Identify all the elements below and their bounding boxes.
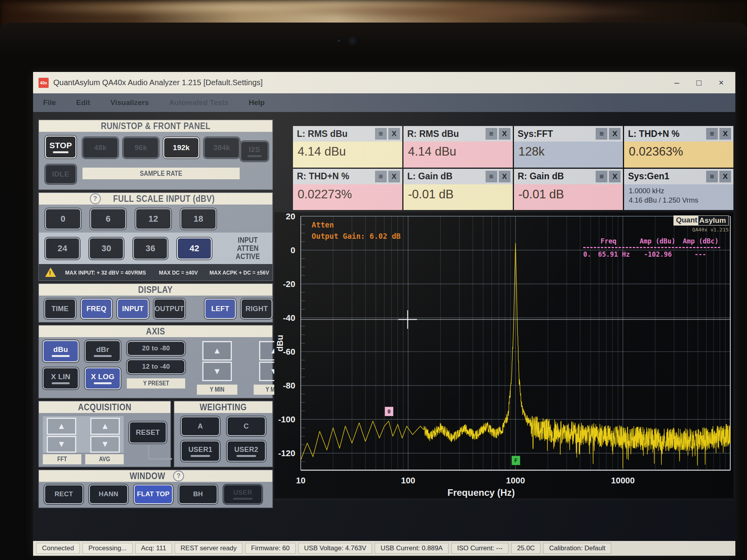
minimize-button[interactable]: –	[675, 78, 679, 88]
window-bh-button[interactable]: BH	[179, 485, 217, 504]
axis-dbr-button[interactable]: dBr	[85, 340, 121, 362]
avg-up-button[interactable]: ▲	[90, 418, 120, 435]
marker-fundamental-handle[interactable]: F	[512, 456, 520, 465]
rate-96k-button[interactable]: 96k	[123, 137, 159, 158]
display-time-button[interactable]: TIME	[44, 299, 76, 319]
weighting-c-button[interactable]: C	[227, 416, 266, 436]
reset-button[interactable]: RESET	[129, 422, 167, 443]
fft-caption: FFT	[43, 454, 81, 464]
menu-bar: File Edit Visualizers Automated Tests He…	[33, 93, 735, 112]
weighting-user1-button[interactable]: USER1	[181, 441, 220, 462]
meter-menu-icon[interactable]: ≡	[596, 128, 607, 140]
y-min-down-button[interactable]: ▼	[202, 362, 232, 381]
maximize-button[interactable]: □	[696, 78, 701, 88]
close-button[interactable]: ×	[719, 78, 724, 88]
meter-menu-icon[interactable]: ≡	[596, 171, 607, 182]
svg-text:20: 20	[286, 212, 295, 221]
svg-text:-20: -20	[283, 279, 295, 289]
window-user-button[interactable]: USER	[223, 485, 262, 504]
meter-close-icon[interactable]: X	[499, 171, 510, 182]
help-icon[interactable]: ?	[90, 193, 101, 204]
meter-value: 128k	[514, 142, 623, 168]
meter-grid: L: RMS dBu ≡X 4.14 dBu R: RMS dBu ≡X 4.1…	[293, 126, 733, 210]
fsi-0-button[interactable]: 0	[45, 208, 81, 229]
display-freq-button[interactable]: FREQ	[81, 299, 112, 319]
meter-value: 4.14 dBu	[293, 142, 402, 168]
stop-button[interactable]: STOP	[45, 136, 76, 158]
menu-file[interactable]: File	[43, 98, 56, 107]
meter-close-icon[interactable]: X	[388, 128, 400, 140]
input-atten-active-label: INPUT ATTEN ACTIVE	[227, 236, 269, 261]
status-firmware: Firmware: 60	[245, 543, 295, 554]
meter-menu-icon[interactable]: ≡	[375, 128, 387, 140]
meter-r-thdn: R: THD+N % ≡X 0.02273%	[293, 169, 402, 210]
section-display: DISPLAY TIME FREQ INPUT OUTPUT LEFT RIGH…	[39, 284, 273, 322]
display-input-button[interactable]: INPUT	[117, 299, 149, 319]
display-right-button[interactable]: RIGHT	[241, 299, 272, 319]
meter-sys-gen1: Sys:Gen1 ≡X 1.0000 kHz 4.16 dBu / 1.250 …	[624, 169, 733, 210]
marker-0-handle[interactable]: 0	[385, 407, 393, 416]
meter-close-icon[interactable]: X	[609, 128, 621, 140]
meter-menu-icon[interactable]: ≡	[706, 171, 718, 182]
spectrum-chart[interactable]: 200-20-40-60-80-100-12010100100010000Fre…	[274, 212, 733, 498]
meter-close-icon[interactable]: X	[499, 128, 510, 140]
fft-up-button[interactable]: ▲	[47, 418, 76, 435]
fsi-30-button[interactable]: 30	[89, 238, 124, 259]
section-acquisition: ACQUISITION ▲ ▼ ▲ ▼	[39, 401, 171, 467]
fft-down-button[interactable]: ▼	[47, 436, 76, 453]
fsi-12-button[interactable]: 12	[135, 208, 171, 229]
idle-button[interactable]: IDLE	[45, 164, 76, 184]
menu-help[interactable]: Help	[249, 98, 265, 107]
window-hann-button[interactable]: HANN	[89, 485, 128, 504]
fsi-18-button[interactable]: 18	[181, 208, 216, 229]
y-preset-20-to--80-button[interactable]: 20 to -80	[127, 341, 185, 356]
fsi-36-button[interactable]: 36	[133, 238, 168, 259]
svg-text:-120: -120	[278, 448, 295, 458]
meter-r-gain: R: Gain dB ≡X -0.01 dB	[514, 169, 623, 210]
avg-down-button[interactable]: ▼	[90, 436, 120, 453]
meter-menu-icon[interactable]: ≡	[706, 128, 718, 140]
axis-dbu-button[interactable]: dBu	[43, 340, 79, 362]
svg-text:dBu: dBu	[275, 335, 285, 352]
meter-close-icon[interactable]: X	[719, 171, 731, 182]
control-panel: RUN/STOP & FRONT PANEL STOP 48k 96k 192k…	[39, 120, 273, 508]
meter-menu-icon[interactable]: ≡	[486, 171, 497, 182]
i2s-button[interactable]: I2S	[240, 141, 268, 161]
section-title: RUN/STOP & FRONT PANEL	[101, 121, 210, 131]
meter-close-icon[interactable]: X	[609, 171, 621, 182]
section-axis: AXIS dBu dBr X LIN X LOG 20 to -80 12 to…	[39, 325, 273, 398]
axis-xlin-button[interactable]: X LIN	[43, 368, 79, 389]
weighting-a-button[interactable]: A	[181, 416, 220, 436]
meter-value: -0.01 dB	[514, 184, 623, 210]
webcam-led	[338, 40, 340, 42]
meter-value: 4.14 dBu	[403, 142, 513, 168]
display-output-button[interactable]: OUTPUT	[154, 299, 185, 319]
fsi-24-button[interactable]: 24	[45, 238, 80, 259]
webcam	[349, 37, 356, 45]
weighting-user2-button[interactable]: USER2	[227, 441, 266, 462]
axis-xlog-button[interactable]: X LOG	[85, 368, 121, 389]
meter-menu-icon[interactable]: ≡	[486, 128, 497, 140]
y-preset-12-to--40-button[interactable]: 12 to -40	[127, 359, 185, 374]
section-title: ACQUISITION	[78, 402, 132, 413]
meter-menu-icon[interactable]: ≡	[375, 171, 387, 182]
rate-48k-button[interactable]: 48k	[82, 137, 118, 158]
quantasylum-logo: QuantAsylum QA40x v1.215	[673, 215, 729, 233]
svg-text:Frequency (Hz): Frequency (Hz)	[447, 487, 515, 498]
menu-edit[interactable]: Edit	[76, 98, 90, 107]
section-title: FULL SCALE INPUT (dBV)	[113, 194, 214, 204]
status-temperature: 25.0C	[511, 543, 540, 554]
meter-close-icon[interactable]: X	[719, 128, 731, 140]
window-flat-top-button[interactable]: FLAT TOP	[134, 485, 173, 504]
fsi-6-button[interactable]: 6	[90, 208, 126, 229]
menu-visualizers[interactable]: Visualizers	[110, 98, 149, 107]
display-left-button[interactable]: LEFT	[205, 299, 236, 319]
fsi-42-button[interactable]: 42	[177, 238, 212, 259]
y-min-up-button[interactable]: ▲	[202, 341, 232, 360]
rate-192k-button[interactable]: 192k	[163, 137, 199, 158]
rate-384k-button[interactable]: 384k	[204, 137, 240, 158]
help-icon[interactable]: ?	[173, 471, 184, 481]
status-calibration: Calibration: Default	[543, 543, 611, 554]
window-rect-button[interactable]: RECT	[44, 485, 83, 504]
meter-close-icon[interactable]: X	[388, 171, 400, 182]
